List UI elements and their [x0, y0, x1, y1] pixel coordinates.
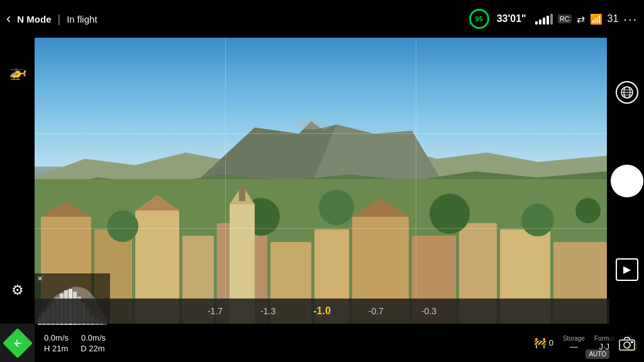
right-sidebar: ▶: [609, 38, 644, 324]
left-sidebar: 🚁 ⚙: [0, 38, 35, 324]
ev-tick-2: -1.3: [260, 306, 275, 316]
signal-bars: [535, 14, 553, 25]
camera-settings-button[interactable]: [609, 324, 644, 362]
top-bar-right: 95 33'01" RC ⇄ 📶 31 ···: [469, 9, 638, 29]
auto-mode-badge: AUTO: [586, 349, 609, 359]
more-button[interactable]: ···: [623, 12, 638, 26]
flight-mode-label: N Mode: [17, 14, 51, 25]
obstacle-icon: 🚧: [534, 337, 547, 349]
close-histogram-button[interactable]: ✕: [37, 275, 43, 283]
position-stats-row: H 21m D 22m: [44, 344, 106, 353]
svg-point-21: [107, 211, 138, 242]
storage-label: Storage: [563, 335, 585, 342]
globe-button[interactable]: [616, 81, 638, 104]
drone-icon[interactable]: 🚁: [8, 63, 27, 80]
speed-stats-row: 0.0m/s 0.0m/s: [44, 333, 106, 343]
ev-tick-5: -0.3: [421, 306, 436, 316]
separator: |: [58, 13, 61, 26]
svg-point-3: [296, 119, 327, 129]
camera-icon: [618, 336, 636, 351]
flight-status-label: In flight: [67, 14, 97, 25]
top-bar: ‹ N Mode | In flight 95 33'01" RC ⇄ 📶 31…: [0, 0, 644, 38]
transmission-icon: ⇄: [577, 13, 585, 25]
ev-tick-active[interactable]: -1.0: [313, 305, 331, 317]
svg-point-51: [624, 342, 630, 348]
flight-time: 33'01": [497, 13, 526, 25]
bottom-bar: K 0.0m/s 0.0m/s H 21m D 22m 🚧 0 Storage …: [0, 324, 644, 362]
camera-view: [35, 38, 607, 324]
svg-point-26: [575, 198, 601, 223]
settings-icon[interactable]: ⚙: [11, 282, 24, 299]
map-button[interactable]: K: [0, 324, 35, 362]
playback-button[interactable]: ▶: [616, 258, 638, 281]
back-button[interactable]: ‹: [6, 11, 11, 27]
shutter-button[interactable]: [611, 165, 643, 197]
storage-stat: Storage —: [563, 335, 585, 351]
signal-number: 31: [608, 13, 619, 25]
vertical-speed: 0.0m/s: [81, 333, 106, 343]
obstacle-count: 0: [549, 338, 553, 348]
altitude-value: H 21m: [44, 344, 68, 353]
globe-icon: [620, 85, 634, 99]
svg-point-24: [430, 194, 470, 234]
distance-value: D 22m: [80, 344, 104, 353]
play-icon: ▶: [623, 263, 631, 275]
battery-indicator: 95: [469, 9, 489, 29]
phone-signal-icon: 📶: [590, 13, 602, 25]
ev-tick-4: -0.7: [369, 306, 384, 316]
svg-rect-29: [239, 185, 245, 201]
flight-stats: 0.0m/s 0.0m/s H 21m D 22m: [44, 333, 106, 353]
horizontal-speed: 0.0m/s: [44, 333, 69, 343]
svg-point-25: [521, 204, 554, 236]
svg-point-23: [319, 190, 354, 225]
svg-rect-52: [631, 341, 633, 343]
obstacle-indicator: 🚧 0: [534, 337, 553, 349]
ev-scale: -1.7 -1.3 -1.0 -0.7 -0.3: [35, 299, 609, 324]
storage-value: —: [570, 342, 578, 351]
ev-tick-1: -1.7: [208, 306, 223, 316]
rc-label: RC: [558, 14, 572, 23]
